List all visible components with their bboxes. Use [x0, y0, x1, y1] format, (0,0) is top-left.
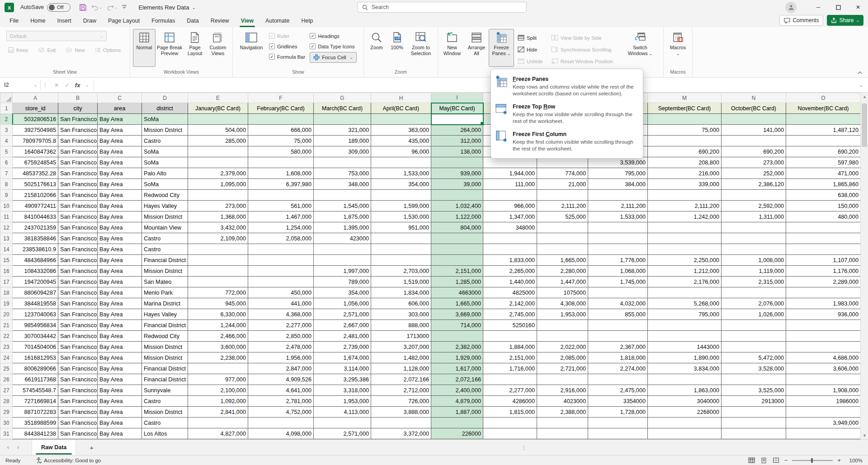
cell[interactable]: Bay Area — [98, 277, 142, 287]
column-header-B[interactable]: B — [58, 93, 98, 103]
cell[interactable]: 4,909,526 — [248, 374, 314, 385]
row-header-28[interactable]: 28 — [0, 396, 13, 407]
column-header-C[interactable]: C — [98, 93, 142, 103]
menu-item-freeze-panes[interactable]: Freeze Panes Keep rows and columns visib… — [491, 72, 643, 100]
cell[interactable]: San Francisco — [58, 287, 98, 298]
cell[interactable]: 1,776,000 — [588, 255, 648, 266]
cell[interactable] — [722, 244, 786, 255]
cell[interactable]: 795,000 — [648, 309, 722, 320]
cell[interactable]: 1,095,000 — [188, 179, 248, 190]
cell[interactable]: 2,721,000 — [537, 363, 588, 374]
cell[interactable]: 690,200 — [786, 146, 861, 157]
cell[interactable]: Bay Area — [98, 418, 142, 428]
new-sheet-button[interactable]: + — [90, 444, 94, 451]
cell[interactable]: 1,818,000 — [588, 352, 648, 363]
cell[interactable]: 4843684966 — [13, 255, 58, 266]
cell[interactable]: 951,000 — [371, 222, 431, 233]
cell[interactable]: 2,072,166 — [371, 374, 431, 385]
cell[interactable]: Bay Area — [98, 211, 142, 222]
cell[interactable]: 2,280,000 — [537, 266, 588, 277]
cell[interactable]: Bay Area — [98, 331, 142, 342]
cell[interactable]: San Francisco — [58, 157, 98, 168]
cell[interactable] — [786, 374, 861, 385]
cell[interactable]: 2158102066 — [13, 190, 58, 201]
normal-view-status-icon[interactable] — [748, 457, 755, 464]
cell[interactable]: 606,000 — [371, 298, 431, 309]
cell[interactable]: 1,212,000 — [648, 266, 722, 277]
cell[interactable]: 2,841,000 — [188, 407, 248, 418]
cell[interactable] — [722, 407, 786, 418]
cell[interactable]: 6,330,000 — [188, 309, 248, 320]
unhide-button[interactable]: Unhide — [516, 56, 545, 66]
cell[interactable]: 1,008,000 — [722, 255, 786, 266]
expand-formula-bar-icon[interactable]: ⌄ — [854, 83, 868, 88]
cell[interactable]: 441,000 — [248, 298, 314, 309]
cell[interactable]: 216,000 — [648, 168, 722, 179]
cell[interactable]: Bay Area — [98, 136, 142, 146]
cell[interactable] — [648, 244, 722, 255]
next-sheet-icon[interactable]: › — [17, 444, 19, 451]
cell[interactable]: 8806094287 — [13, 287, 58, 298]
cell[interactable] — [648, 374, 722, 385]
cell[interactable]: 936,000 — [786, 309, 861, 320]
cell[interactable]: 804,000 — [431, 222, 483, 233]
cell[interactable]: 273,000 — [188, 201, 248, 211]
cell[interactable]: 2,571,000 — [314, 428, 371, 439]
cell[interactable]: 2,238,000 — [188, 352, 248, 363]
cell[interactable]: San Francisco — [58, 222, 98, 233]
scroll-up-icon[interactable]: ▲ — [861, 93, 868, 100]
zoom-out-icon[interactable]: − — [784, 457, 788, 464]
view-side-by-side-button[interactable]: View Side by Side — [549, 33, 615, 43]
cell[interactable]: 2,850,000 — [248, 331, 314, 342]
cell[interactable]: 2,400,000 — [431, 385, 483, 396]
cell[interactable]: 1,447,000 — [537, 277, 588, 287]
cell[interactable]: San Francisco — [58, 342, 98, 352]
cell[interactable] — [722, 233, 786, 244]
cell[interactable]: 2,111,200 — [537, 201, 588, 211]
cell[interactable] — [248, 157, 314, 168]
cell[interactable]: 3,528,000 — [722, 363, 786, 374]
redo-button[interactable]: ⌄ — [105, 3, 119, 11]
cell[interactable] — [431, 190, 483, 201]
field-header-cell[interactable]: area — [98, 103, 142, 114]
cell[interactable]: SoMa — [142, 179, 188, 190]
cell[interactable]: 3,669,000 — [431, 309, 483, 320]
cell[interactable]: 5250160 — [483, 320, 537, 331]
cell[interactable]: 2,111,200 — [588, 201, 648, 211]
cell[interactable]: San Francisco — [58, 428, 98, 439]
row-header-31[interactable]: 31 — [0, 428, 13, 439]
cancel-formula-icon[interactable]: ✕ — [54, 82, 59, 89]
cell[interactable]: 3040000 — [648, 396, 722, 407]
cell[interactable] — [188, 146, 248, 157]
cell[interactable]: 4,827,000 — [188, 428, 248, 439]
cell[interactable]: Bay Area — [98, 266, 142, 277]
field-header-cell[interactable]: September(BC Card) — [648, 103, 722, 114]
cell[interactable]: San Francisco — [58, 136, 98, 146]
cell[interactable]: 3,888,000 — [371, 407, 431, 418]
workbook-title[interactable]: Elements Rev Data ⌄ — [138, 4, 195, 11]
cell[interactable]: Bay Area — [98, 125, 142, 136]
row-header-8[interactable]: 8 — [0, 179, 13, 190]
cell[interactable]: 208,800 — [648, 157, 722, 168]
field-header-cell[interactable]: store_id — [13, 103, 58, 114]
cell[interactable]: 1,032,400 — [431, 201, 483, 211]
vertical-scrollbar[interactable]: ▲ ▼ — [860, 93, 868, 439]
cell[interactable] — [314, 244, 371, 255]
synchronous-scrolling-button[interactable]: Synchronous Scrolling — [549, 44, 615, 55]
save-button[interactable] — [78, 3, 88, 12]
cell[interactable]: Bay Area — [98, 385, 142, 396]
cell[interactable]: San Francisco — [58, 255, 98, 266]
cell[interactable]: 3,207,000 — [371, 342, 431, 352]
cell[interactable]: Bay Area — [98, 190, 142, 201]
hide-button[interactable]: Hide — [516, 44, 545, 55]
cell[interactable]: 3,432,000 — [188, 222, 248, 233]
cell[interactable]: 1075000 — [537, 287, 588, 298]
page-break-preview-button[interactable]: Page Break Preview — [156, 29, 184, 67]
cell[interactable] — [588, 374, 648, 385]
tab-automate[interactable]: Automate — [259, 15, 296, 27]
cell[interactable]: 4,686,000 — [786, 352, 861, 363]
cell[interactable] — [786, 320, 861, 331]
formula-input[interactable] — [94, 80, 854, 91]
row-header-4[interactable]: 4 — [0, 136, 13, 146]
cell[interactable] — [786, 428, 861, 439]
